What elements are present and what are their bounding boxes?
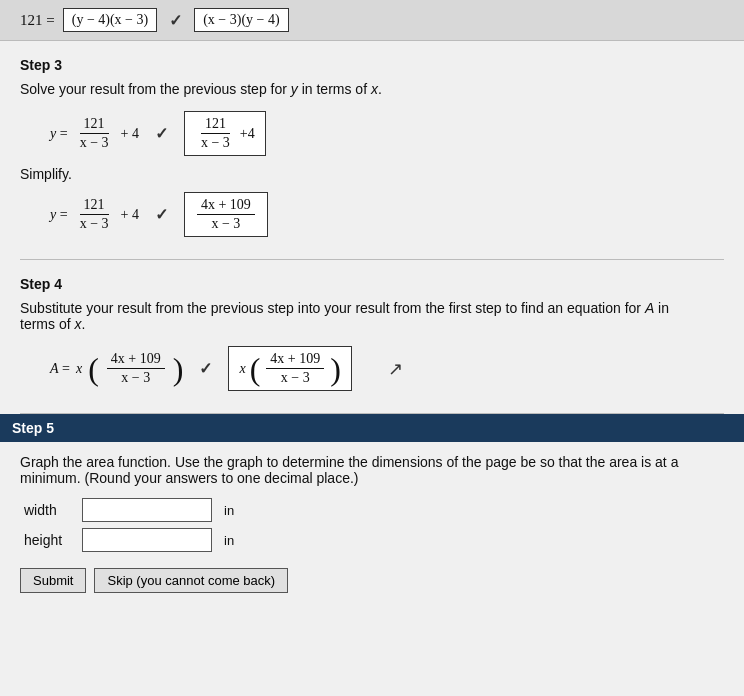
- step3-eq2-frac: 121 x − 3: [76, 197, 113, 232]
- step4-eq-x: x: [76, 361, 82, 377]
- step3-eq1-lhs: y =: [50, 126, 68, 142]
- step3-ans2-frac-den: x − 3: [207, 215, 244, 232]
- step4-ans-frac: 4x + 109 x − 3: [266, 351, 324, 386]
- step3-ans2-box: 4x + 109 x − 3: [184, 192, 268, 237]
- step4-close-paren: ): [173, 353, 184, 385]
- step3-eq1-plus: + 4: [121, 126, 139, 142]
- width-unit: in: [224, 503, 234, 518]
- height-unit: in: [224, 533, 234, 548]
- step4-ans-frac-den: x − 3: [277, 369, 314, 386]
- step3-eq2-row: y = 121 x − 3 + 4 ✓ 4x + 109 x − 3: [20, 192, 724, 237]
- step3-check2-icon: ✓: [155, 205, 168, 224]
- height-input[interactable]: [82, 528, 212, 552]
- top-eq-lhs: 121 =: [20, 12, 55, 29]
- top-answer-box: (x − 3)(y − 4): [194, 8, 288, 32]
- top-banner: 121 = (y − 4)(x − 3) ✓ (x − 3)(y − 4): [0, 0, 744, 41]
- step3-ans1-box: 121 x − 3 +4: [184, 111, 266, 156]
- height-row: height in: [20, 528, 724, 552]
- step3-eq1-frac-num: 121: [80, 116, 109, 134]
- step4-ans-frac-num: 4x + 109: [266, 351, 324, 369]
- simplify-label: Simplify.: [20, 166, 724, 182]
- step4-label: Step 4: [20, 276, 724, 292]
- step4-ans-open-paren: (: [250, 353, 261, 385]
- step4-eq: A = x ( 4x + 109 x − 3 ): [50, 351, 183, 386]
- step4-eq-frac-num: 4x + 109: [107, 351, 165, 369]
- step3-ans1-frac-den: x − 3: [197, 134, 234, 151]
- step3-eq2-frac-den: x − 3: [76, 215, 113, 232]
- step4-ans-box: x ( 4x + 109 x − 3 ): [228, 346, 351, 391]
- page-wrapper: 121 = (y − 4)(x − 3) ✓ (x − 3)(y − 4) St…: [0, 0, 744, 696]
- skip-button[interactable]: Skip (you cannot come back): [94, 568, 288, 593]
- step3-ans1-plus: +4: [240, 126, 255, 142]
- step4-eq-frac: 4x + 109 x − 3: [107, 351, 165, 386]
- step4-instruction: Substitute your result from the previous…: [20, 300, 724, 332]
- step4-eq-lhs: A =: [50, 361, 70, 377]
- content-area: Step 3 Solve your result from the previo…: [0, 41, 744, 621]
- step5-header: Step 5: [0, 414, 744, 442]
- step3-ans2-frac: 4x + 109 x − 3: [197, 197, 255, 232]
- cursor-icon: ↗: [388, 358, 403, 380]
- step3-ans1-frac-num: 121: [201, 116, 230, 134]
- step3-eq1-frac: 121 x − 3: [76, 116, 113, 151]
- step5-section: Step 5 Graph the area function. Use the …: [20, 414, 724, 601]
- step4-eq-frac-den: x − 3: [117, 369, 154, 386]
- step3-section: Step 3 Solve your result from the previo…: [20, 41, 724, 260]
- step3-ans2-frac-num: 4x + 109: [197, 197, 255, 215]
- step4-ans-x: x: [239, 361, 245, 377]
- step3-eq2-frac-num: 121: [80, 197, 109, 215]
- step3-eq2-lhs: y =: [50, 207, 68, 223]
- step3-eq2-plus: + 4: [121, 207, 139, 223]
- submit-button[interactable]: Submit: [20, 568, 86, 593]
- step4-eq-row: A = x ( 4x + 109 x − 3 ) ✓ x ( 4x + 109 …: [20, 346, 724, 391]
- step5-instruction: Graph the area function. Use the graph t…: [20, 454, 724, 486]
- step3-eq1-row: y = 121 x − 3 + 4 ✓ 121 x − 3 +4: [20, 111, 724, 156]
- width-row: width in: [20, 498, 724, 522]
- top-equation-left: 121 = (y − 4)(x − 3): [20, 8, 157, 32]
- step3-ans1-frac: 121 x − 3: [197, 116, 234, 151]
- step3-check1-icon: ✓: [155, 124, 168, 143]
- step4-section: Step 4 Substitute your result from the p…: [20, 260, 724, 414]
- width-label: width: [24, 502, 74, 518]
- button-row: Submit Skip (you cannot come back): [20, 568, 724, 593]
- step5-label: Step 5: [12, 420, 54, 436]
- width-input[interactable]: [82, 498, 212, 522]
- height-label: height: [24, 532, 74, 548]
- top-eq-box: (y − 4)(x − 3): [63, 8, 157, 32]
- step5-content: Graph the area function. Use the graph t…: [20, 442, 724, 601]
- step3-instruction: Solve your result from the previous step…: [20, 81, 724, 97]
- step3-eq1: y = 121 x − 3 + 4: [50, 116, 139, 151]
- checkmark-icon: ✓: [169, 11, 182, 30]
- step4-open-paren: (: [88, 353, 99, 385]
- step4-ans-close-paren: ): [330, 353, 341, 385]
- step3-eq2: y = 121 x − 3 + 4: [50, 197, 139, 232]
- step3-eq1-frac-den: x − 3: [76, 134, 113, 151]
- step3-label: Step 3: [20, 57, 724, 73]
- step4-check-icon: ✓: [199, 359, 212, 378]
